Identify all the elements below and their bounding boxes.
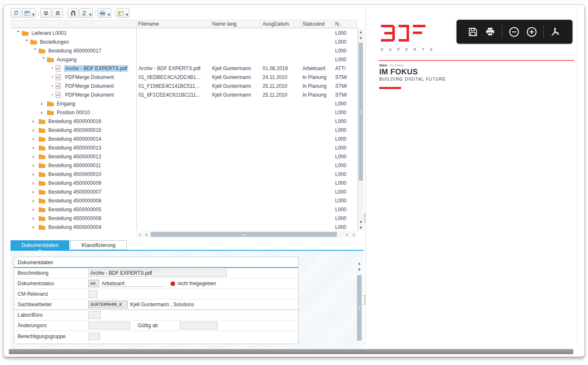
expander-icon[interactable]: • bbox=[49, 66, 55, 71]
open-acrobat-button[interactable] bbox=[550, 26, 562, 38]
table-row[interactable]: › Position 00010 L000 bbox=[10, 108, 357, 117]
expander-icon[interactable]: • bbox=[49, 84, 55, 88]
zoom-out-button[interactable] bbox=[508, 26, 520, 38]
tree-item-label[interactable]: Eingang bbox=[55, 100, 76, 107]
scroll-down-icon[interactable]: ▼ bbox=[358, 35, 364, 41]
table-row[interactable]: › Bestellung 4500000016 L000 bbox=[10, 117, 357, 126]
labor-buero-input[interactable] bbox=[88, 311, 101, 319]
tree-item-label[interactable]: PDFMerge Dokument bbox=[64, 83, 115, 89]
tree-item-label[interactable]: Bestellung 4500000007 bbox=[47, 189, 102, 195]
table-row[interactable]: › Bestellung 4500000006 L000 bbox=[10, 196, 357, 205]
scroll-down-icon[interactable]: ▼ bbox=[356, 266, 362, 273]
aenderungsnr-input[interactable] bbox=[88, 322, 130, 329]
table-row[interactable]: • Archiv - BDF EXPERTS.pdf Archiv - BDF … bbox=[10, 64, 357, 73]
expander-icon[interactable]: › bbox=[32, 189, 39, 194]
table-row[interactable]: › Bestellung 4500000008 L000 bbox=[10, 214, 357, 223]
collapse-all-button[interactable] bbox=[52, 8, 63, 18]
tree-item-label[interactable]: Bestellung 4500000008 bbox=[47, 215, 102, 222]
tree-item-label[interactable]: PDFMerge Dokument bbox=[64, 74, 115, 81]
scroll-left-icon[interactable]: ‹ bbox=[344, 232, 350, 237]
header-n[interactable]: N.. bbox=[333, 20, 357, 28]
table-row[interactable]: › Bestellung 4500000012 L000 bbox=[10, 152, 357, 161]
scroll-left-icon[interactable]: ‹ bbox=[136, 232, 143, 237]
expander-icon[interactable]: › bbox=[41, 57, 46, 63]
sachbearbeiter-code-input[interactable]: GUNTERMANN_K bbox=[88, 301, 128, 308]
tree-item-label[interactable]: Bestellung 4500000017 bbox=[47, 47, 102, 54]
tab-klassifizierung[interactable]: Klassifizierung bbox=[70, 240, 127, 250]
expander-icon[interactable]: › bbox=[32, 163, 39, 168]
views-button[interactable] bbox=[116, 8, 129, 18]
scroll-down-icon[interactable]: ▼ bbox=[358, 224, 364, 231]
sort-button[interactable] bbox=[79, 8, 93, 18]
scroll-up-icon[interactable]: ▲ bbox=[356, 260, 362, 266]
header-filename[interactable]: Filename bbox=[136, 20, 210, 28]
print-button[interactable] bbox=[484, 26, 496, 37]
expander-icon[interactable]: › bbox=[32, 207, 39, 212]
expander-icon[interactable]: › bbox=[32, 145, 39, 150]
expander-icon[interactable]: › bbox=[32, 172, 39, 177]
expander-icon[interactable]: › bbox=[24, 39, 29, 45]
berechtigungsgruppe-input[interactable] bbox=[88, 333, 100, 340]
scroll-track[interactable]: ••• bbox=[356, 273, 362, 344]
scroll-right-icon[interactable]: › bbox=[350, 232, 357, 237]
cm-relevanz-input[interactable] bbox=[88, 290, 97, 298]
scroll-right-icon[interactable]: › bbox=[143, 232, 150, 237]
expander-icon[interactable]: › bbox=[32, 154, 39, 159]
splitter-grip[interactable]: ••••• bbox=[364, 213, 367, 223]
expander-icon[interactable]: › bbox=[32, 225, 39, 230]
gueltig-ab-input[interactable] bbox=[180, 322, 218, 329]
scroll-up-icon[interactable]: ▲ bbox=[358, 218, 364, 224]
table-row[interactable]: › Lieferant L0001 L000 bbox=[10, 29, 357, 37]
table-row[interactable]: › Bestellung 4500000015 L000 bbox=[10, 126, 357, 134]
expander-icon[interactable]: › bbox=[41, 110, 47, 115]
tab-dokumentdaten[interactable]: Dokumentdaten bbox=[10, 240, 69, 250]
tree-item-label[interactable]: Position 00010 bbox=[55, 109, 91, 116]
table-row[interactable]: › Bestellung 4500000010 L000 bbox=[10, 170, 357, 179]
expander-icon[interactable]: › bbox=[33, 48, 38, 54]
dokumentstatus-code-input[interactable]: AA bbox=[88, 280, 99, 287]
expand-all-button[interactable] bbox=[40, 8, 51, 18]
scroll-thumb[interactable]: ••• bbox=[357, 275, 362, 341]
table-row[interactable]: • PDFMerge Dokument 01_6F1CEE4C621BC211.… bbox=[10, 90, 357, 99]
splitter-grip[interactable]: ••••• bbox=[364, 294, 367, 305]
save-button[interactable] bbox=[467, 26, 478, 37]
expander-icon[interactable]: › bbox=[32, 137, 39, 142]
tree-item-label[interactable]: Lieferant L0001 bbox=[30, 30, 68, 37]
beschreibung-input[interactable]: Archiv - BDF EXPERTS.pdf bbox=[88, 269, 227, 277]
table-row[interactable]: › Bestellung 4500000005 L000 bbox=[10, 205, 357, 214]
tree-item-label[interactable]: PDFMerge Dokument bbox=[64, 92, 115, 98]
expander-icon[interactable]: • bbox=[49, 75, 55, 79]
expander-icon[interactable]: › bbox=[32, 128, 39, 133]
detail-vertical-scrollbar[interactable]: ▲ ▼ ••• bbox=[356, 260, 362, 344]
expander-icon[interactable]: › bbox=[41, 101, 47, 106]
refresh-button[interactable] bbox=[10, 8, 21, 18]
print-button[interactable] bbox=[97, 8, 111, 18]
display-options-button[interactable] bbox=[22, 8, 36, 18]
tree-item-label[interactable]: Bestellung 4500000014 bbox=[47, 136, 102, 142]
table-row[interactable]: › Bestellung 4500000011 L000 bbox=[10, 161, 357, 170]
table-row[interactable]: › Bestellung 4500000009 L000 bbox=[10, 179, 357, 187]
column-config-button[interactable] bbox=[68, 8, 79, 18]
expander-icon[interactable]: › bbox=[32, 216, 39, 221]
table-row[interactable]: › Ausgang L000 bbox=[10, 55, 357, 64]
expander-icon[interactable]: › bbox=[32, 198, 39, 203]
expander-icon[interactable]: › bbox=[32, 181, 39, 186]
grid-vertical-scrollbar[interactable]: ▲ ▼ ••• ▲ ▼ bbox=[357, 29, 364, 231]
table-row[interactable]: • PDFMerge Dokument 01_0EDBEC4CA2DC4B1..… bbox=[10, 73, 357, 81]
table-row[interactable]: › Bestellung 4500000004 L000 bbox=[10, 223, 357, 231]
header-statustext[interactable]: Statustext bbox=[301, 20, 333, 28]
tree-item-label[interactable]: Bestellungen bbox=[39, 39, 70, 45]
table-row[interactable]: › Bestellungen L000 bbox=[10, 37, 357, 46]
tree-item-label[interactable]: Bestellung 4500000011 bbox=[47, 162, 102, 169]
tree-item-label[interactable]: Bestellung 4500000005 bbox=[47, 206, 102, 213]
table-row[interactable]: › Eingang L000 bbox=[10, 99, 357, 108]
tree-item-label[interactable]: Bestellung 4500000012 bbox=[47, 153, 102, 160]
hscroll-track[interactable]: ••• bbox=[151, 232, 343, 237]
table-row[interactable]: › Bestellung 4500000017 L000 bbox=[10, 46, 357, 55]
tree-item-label[interactable]: Bestellung 4500000013 bbox=[47, 144, 102, 151]
tree-item-label[interactable]: Archiv - BDF EXPERTS.pdf bbox=[64, 65, 128, 72]
tree-item-label[interactable]: Bestellung 4500000010 bbox=[47, 171, 102, 178]
tree-item-label[interactable]: Bestellung 4500000004 bbox=[47, 224, 102, 231]
tree-item-label[interactable]: Bestellung 4500000015 bbox=[47, 127, 102, 134]
scroll-up-icon[interactable]: ▲ bbox=[358, 29, 364, 35]
